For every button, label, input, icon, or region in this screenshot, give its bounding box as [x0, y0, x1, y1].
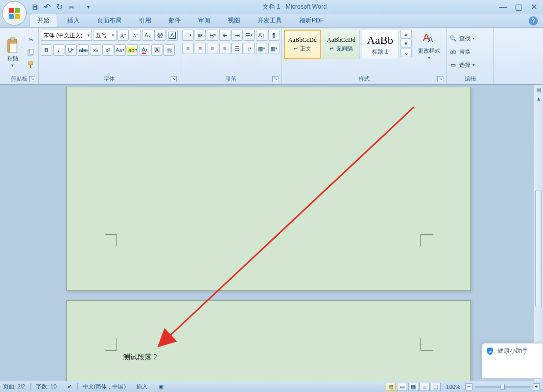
- print-layout-icon: ▤: [388, 383, 393, 390]
- tab-mailings[interactable]: 邮件: [161, 14, 188, 27]
- italic-button[interactable]: I: [53, 44, 64, 56]
- sort-button[interactable]: A↓: [256, 30, 267, 41]
- bullets-button[interactable]: ≣▾: [182, 30, 194, 41]
- qat-quickprint-button[interactable]: [66, 2, 77, 12]
- status-sep: [77, 383, 78, 390]
- change-styles-label: 更改样式: [418, 47, 440, 55]
- scroll-track[interactable]: [534, 103, 543, 347]
- clear-format-button[interactable]: Aₓ: [142, 30, 153, 41]
- align-center-button[interactable]: ≡: [195, 43, 206, 54]
- help-button[interactable]: ?: [529, 16, 538, 26]
- zoom-knob[interactable]: [501, 384, 505, 390]
- qat-customize-dropdown[interactable]: ▼: [83, 2, 93, 12]
- status-page[interactable]: 页面: 2/2: [3, 383, 25, 390]
- tab-layout[interactable]: 页面布局: [90, 14, 129, 27]
- numbering-button[interactable]: ≡▾: [195, 30, 206, 41]
- status-proofing[interactable]: ✔: [67, 383, 72, 390]
- font-launcher[interactable]: ↘: [171, 76, 177, 82]
- align-justify-button[interactable]: ≡: [219, 43, 230, 54]
- paragraph-launcher[interactable]: ↘: [272, 76, 278, 82]
- qat-undo-button[interactable]: ↶: [42, 2, 52, 12]
- replace-button[interactable]: ab替换: [449, 46, 491, 57]
- zoom-out-button[interactable]: −: [465, 383, 473, 390]
- subscript-button[interactable]: x₂: [90, 44, 101, 56]
- superscript-button[interactable]: x²: [102, 44, 113, 56]
- view-web[interactable]: ▦: [408, 383, 418, 391]
- styles-gallery-expand[interactable]: ▴ ▾ ⌄: [400, 30, 412, 57]
- document-scroll-area[interactable]: 测试段落 2: [0, 85, 534, 381]
- font-name-select[interactable]: 宋体 (中文正文): [41, 30, 92, 41]
- ruler-toggle-button[interactable]: ▤: [534, 85, 543, 94]
- scroll-thumb[interactable]: [535, 190, 542, 307]
- office-logo-icon: [8, 7, 21, 20]
- bold-button[interactable]: B: [41, 44, 52, 56]
- paragraph-text[interactable]: 测试段落 2: [123, 353, 157, 362]
- vertical-scrollbar[interactable]: ▤ ▲ ▼ ▲ ● ▼: [534, 85, 543, 381]
- char-border-button[interactable]: A: [167, 30, 178, 41]
- maximize-button[interactable]: ▢: [511, 3, 526, 12]
- view-fullscreen[interactable]: ▭: [397, 383, 407, 391]
- shading-button[interactable]: ▦▾: [256, 43, 267, 54]
- borders-button[interactable]: ▦▾: [268, 43, 279, 54]
- find-button[interactable]: 🔍查找▾: [449, 33, 491, 44]
- status-insert-mode[interactable]: 插入: [136, 383, 148, 390]
- tab-home[interactable]: 开始: [30, 14, 57, 27]
- status-words[interactable]: 字数: 10: [36, 383, 56, 390]
- zoom-track[interactable]: [475, 386, 531, 388]
- copy-button[interactable]: [25, 47, 36, 58]
- view-print-layout[interactable]: ▤: [386, 383, 396, 391]
- qat-redo-button[interactable]: ↻: [54, 2, 64, 12]
- underline-button[interactable]: U ▾: [65, 44, 77, 56]
- distribute-button[interactable]: ☰: [231, 43, 243, 54]
- select-button[interactable]: ▭选择▾: [449, 59, 491, 70]
- indent-dec-button[interactable]: ⇤: [219, 30, 230, 41]
- change-styles-button[interactable]: AA 更改样式 ▼: [414, 30, 444, 60]
- style-heading1[interactable]: AaBb 标题 1: [362, 30, 398, 59]
- tab-review[interactable]: 审阅: [191, 14, 218, 27]
- style-nospacing[interactable]: AaBbCcDd ↵ 无间隔: [323, 30, 360, 59]
- indent-inc-button[interactable]: ⇥: [231, 30, 243, 41]
- phonetic-guide-button[interactable]: 變: [154, 30, 166, 41]
- tab-insert[interactable]: 插入: [60, 14, 87, 27]
- page-1[interactable]: [66, 87, 471, 291]
- cut-button[interactable]: ✂: [25, 35, 36, 46]
- paste-button[interactable]: 粘贴 ▼: [2, 30, 23, 75]
- view-draft[interactable]: ▢: [431, 383, 441, 391]
- status-language[interactable]: 中文(简体，中国): [83, 383, 126, 390]
- style-normal[interactable]: AaBbCcDd ↵ 正文: [284, 30, 321, 59]
- tab-foxit-pdf[interactable]: 福昕PDF: [292, 14, 331, 27]
- zoom-in-button[interactable]: +: [533, 383, 540, 390]
- view-outline[interactable]: ≡: [419, 383, 430, 391]
- close-button[interactable]: ✕: [527, 3, 541, 12]
- undo-icon: ↶: [44, 2, 51, 12]
- styles-launcher[interactable]: ↘: [437, 76, 443, 82]
- font-size-select[interactable]: 五号: [93, 30, 116, 41]
- font-color-button[interactable]: A▾: [139, 44, 150, 56]
- tab-references[interactable]: 引用: [132, 14, 158, 27]
- scroll-up-button[interactable]: ▲: [534, 94, 543, 103]
- qat-save-button[interactable]: [30, 2, 40, 12]
- highlight-button[interactable]: ab▾: [127, 44, 138, 56]
- align-right-button[interactable]: ≡: [207, 43, 218, 54]
- page-2[interactable]: 测试段落 2: [66, 300, 471, 381]
- strike-button[interactable]: abc: [78, 44, 89, 56]
- show-marks-button[interactable]: ¶: [268, 30, 279, 41]
- multilevel-button[interactable]: ⊟▾: [207, 30, 218, 41]
- tab-view[interactable]: 视图: [221, 14, 247, 27]
- line-spacing-button[interactable]: ↕▾: [244, 43, 255, 54]
- health-assistant-popup[interactable]: 健康小助手: [482, 343, 543, 379]
- change-case-button[interactable]: Aa▾: [114, 44, 126, 56]
- align-left-button[interactable]: ≡: [182, 43, 194, 54]
- shrink-font-button[interactable]: A▾: [130, 30, 141, 41]
- zoom-value[interactable]: 100%: [446, 384, 460, 390]
- format-painter-button[interactable]: [25, 59, 36, 70]
- asian-layout-button[interactable]: ☰▾: [244, 30, 255, 41]
- grow-font-button[interactable]: A▴: [117, 30, 129, 41]
- char-shading-button[interactable]: A: [151, 44, 162, 56]
- minimize-button[interactable]: —: [496, 3, 510, 12]
- enclose-char-button[interactable]: ㊕: [163, 44, 175, 56]
- clipboard-launcher[interactable]: ↘: [29, 76, 35, 82]
- tab-developer[interactable]: 开发工具: [250, 14, 289, 27]
- office-button[interactable]: [2, 1, 27, 26]
- status-macro[interactable]: ▣: [158, 383, 163, 390]
